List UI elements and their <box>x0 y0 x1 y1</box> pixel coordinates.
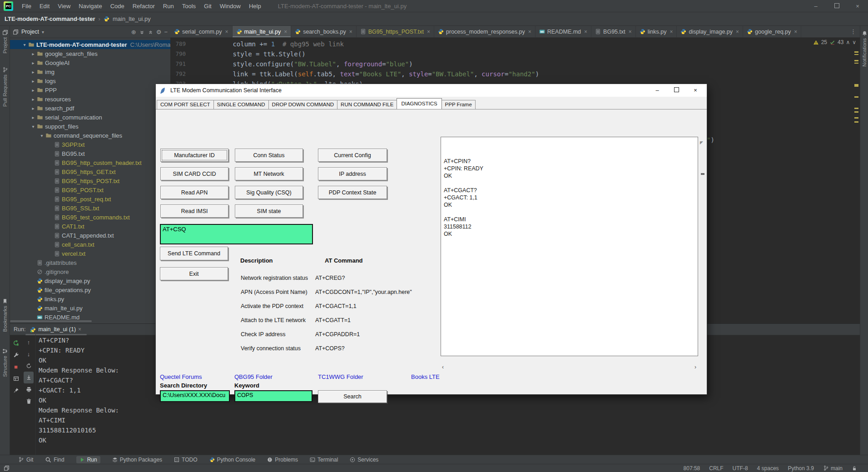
tree-item-BG95.txt[interactable]: BG95.txt <box>10 149 170 158</box>
scroll-left-icon[interactable]: ‹ <box>442 365 444 369</box>
tree-item-google_search_files[interactable]: ▸google_search_files <box>10 49 170 58</box>
app-tab-com-port-select[interactable]: COM PORT SELECT <box>157 100 214 109</box>
breadcrumb-project[interactable]: LTE-modem-AT-command-tester <box>5 15 95 22</box>
tree-item-.gitignore[interactable]: .gitignore <box>10 267 170 276</box>
toolwindow-terminal[interactable]: Terminal <box>310 457 338 463</box>
editor-tab-display_image.py[interactable]: display_image.py× <box>677 26 743 37</box>
menu-navigate[interactable]: Navigate <box>74 0 106 12</box>
toolwindow-todo[interactable]: TODO <box>174 457 197 463</box>
editor-tab-serial_comm.py[interactable]: serial_comm.py× <box>170 26 233 37</box>
tree-item-LTE-modem-AT-command-tester[interactable]: ▾LTE-modem-AT-command-testerC:\Users\Rom… <box>10 40 170 49</box>
menu-help[interactable]: Help <box>245 0 265 12</box>
modem-output-text[interactable]: AT+CPIN?+CPIN: READYOKAT+CGACT?+CGACT: 1… <box>441 137 698 356</box>
lock-icon[interactable] <box>852 466 857 471</box>
menu-view[interactable]: View <box>54 0 74 12</box>
collapse-all-icon[interactable] <box>148 29 154 35</box>
hide-panel-icon[interactable]: − <box>164 29 168 35</box>
tree-item-command_sequence_files[interactable]: ▾command_sequence_files <box>10 131 170 140</box>
sidebar-item-bookmarks[interactable]: Bookmarks <box>0 298 10 332</box>
chevron-down-icon[interactable]: ▾ <box>38 133 45 138</box>
tree-item-search_pdf[interactable]: ▸search_pdf <box>10 104 170 113</box>
tree-item-img[interactable]: ▸img <box>10 67 170 76</box>
search-directory-input[interactable]: C:\Users\XXX.XXX\Docu <box>160 390 230 402</box>
menu-file[interactable]: File <box>18 0 35 12</box>
sidebar-item-structure[interactable]: Structure <box>0 348 10 377</box>
menu-tools[interactable]: Tools <box>178 0 200 12</box>
current-config-button[interactable]: Current Config <box>318 149 387 162</box>
tree-item-BG95_https_POST.txt[interactable]: BG95_https_POST.txt <box>10 176 170 185</box>
read-apn-button[interactable]: Read APN <box>160 186 228 199</box>
caret-position[interactable]: 807:58 <box>684 465 700 472</box>
indent-setting[interactable]: 4 spaces <box>757 465 779 472</box>
layout-icon[interactable] <box>11 373 21 384</box>
menu-edit[interactable]: Edit <box>35 0 54 12</box>
stop-icon[interactable]: ■ <box>11 361 21 373</box>
tree-item-main_lte_ui.py[interactable]: main_lte_ui.py <box>10 303 170 313</box>
app-tab-run-command-file[interactable]: RUN COMMAND FILE <box>337 100 397 109</box>
tree-item-display_image.py[interactable]: display_image.py <box>10 276 170 285</box>
app-title-bar[interactable]: LTE Modem Communication Serial Interface… <box>156 84 707 97</box>
scroll-right-icon[interactable]: › <box>694 365 696 369</box>
clear-output-icon[interactable] <box>24 395 34 407</box>
chevron-down-icon[interactable]: ▾ <box>42 30 44 35</box>
keyword-input[interactable]: COPS <box>234 390 312 402</box>
mt-network-button[interactable]: MT Network <box>235 167 303 180</box>
app-tab-diagnostics[interactable]: DIAGNOSTICS <box>397 98 441 109</box>
tree-item-support_files[interactable]: ▾support_files <box>10 122 170 131</box>
close-icon[interactable]: × <box>528 29 531 35</box>
tree-item-CAT1.txt[interactable]: CAT1.txt <box>10 222 170 231</box>
toolwindow-git[interactable]: Git <box>18 457 33 463</box>
app-tab-single-command[interactable]: SINGLE COMMAND <box>213 100 269 109</box>
close-icon[interactable]: × <box>284 29 287 35</box>
tree-item-logs[interactable]: ▸logs <box>10 76 170 85</box>
sidebar-item-pull-requests[interactable]: Pull Requests <box>0 67 10 107</box>
down-stack-trace-icon[interactable]: ↓ <box>24 348 34 360</box>
gear-icon[interactable]: ⚙ <box>156 29 162 35</box>
close-icon[interactable]: × <box>794 29 797 35</box>
tab-overflow[interactable]: ⋮ <box>847 26 860 37</box>
chevron-right-icon[interactable]: ▸ <box>30 97 37 102</box>
close-icon[interactable]: × <box>78 326 81 333</box>
close-icon[interactable]: × <box>584 29 587 35</box>
ip-address-button[interactable]: IP address <box>318 167 387 180</box>
tree-item-.gitattributes[interactable]: .gitattributes <box>10 258 170 267</box>
maximize-icon[interactable] <box>826 0 847 12</box>
chevron-down-icon[interactable]: ▾ <box>30 124 37 129</box>
prev-problem-icon[interactable]: ∧ <box>846 39 850 45</box>
minimize-icon[interactable]: – <box>648 84 667 97</box>
tree-item-cell_scan.txt[interactable]: cell_scan.txt <box>10 240 170 249</box>
editor-tab-process_modem_responses.py[interactable]: process_modem_responses.py× <box>434 26 536 37</box>
editor-tab-google_req.py[interactable]: google_req.py× <box>743 26 801 37</box>
editor-tab-search_books.py[interactable]: search_books.py× <box>291 26 357 37</box>
chevron-right-icon[interactable]: ▸ <box>30 115 37 120</box>
sim-state-button[interactable]: SIM state <box>235 204 303 218</box>
tree-item-BG95_SSL.txt[interactable]: BG95_SSL.txt <box>10 204 170 213</box>
line-separator[interactable]: CRLF <box>709 465 723 472</box>
tree-item-BG95_https_GET.txt[interactable]: BG95_https_GET.txt <box>10 167 170 176</box>
tree-item-BG95_test_commands.txt[interactable]: BG95_test_commands.txt <box>10 213 170 222</box>
read-imsi-button[interactable]: Read IMSI <box>160 204 228 218</box>
chevron-down-icon[interactable]: ▾ <box>21 42 28 47</box>
close-icon[interactable]: × <box>225 29 228 35</box>
rerun-icon[interactable] <box>11 337 21 349</box>
tree-item-BG95_post_req.txt[interactable]: BG95_post_req.txt <box>10 194 170 204</box>
toolwindow-run[interactable]: Run <box>76 456 100 463</box>
editor-tab-links.py[interactable]: links.py× <box>636 26 677 37</box>
sidebar-item-project[interactable]: Project <box>0 30 10 54</box>
sig-quality-csq--button[interactable]: Sig Quality (CSQ) <box>235 186 303 199</box>
print-icon[interactable] <box>24 383 34 395</box>
expand-all-icon[interactable] <box>139 29 145 35</box>
close-icon[interactable]: × <box>736 29 739 35</box>
editor-tab-BG95_https_POST.txt[interactable]: BG95_https_POST.txt× <box>357 26 434 37</box>
close-icon[interactable]: × <box>670 29 673 35</box>
menu-code[interactable]: Code <box>106 0 129 12</box>
tree-item-links.py[interactable]: links.py <box>10 294 170 303</box>
app-tab-drop-down-command[interactable]: DROP DOWN COMMAND <box>268 100 338 109</box>
chevron-right-icon[interactable]: ▸ <box>30 79 37 84</box>
run-console-output[interactable]: AT+CPIN?+CPIN: READYOKModem Response Bel… <box>39 335 119 445</box>
chevron-right-icon[interactable]: ▸ <box>30 51 37 56</box>
link-tc1wwg-folder[interactable]: TC1WWG Folder <box>318 373 363 380</box>
up-stack-trace-icon[interactable]: ↑ <box>24 336 34 348</box>
chevron-right-icon[interactable]: ▸ <box>30 60 37 65</box>
tree-item-resources[interactable]: ▸resources <box>10 94 170 104</box>
